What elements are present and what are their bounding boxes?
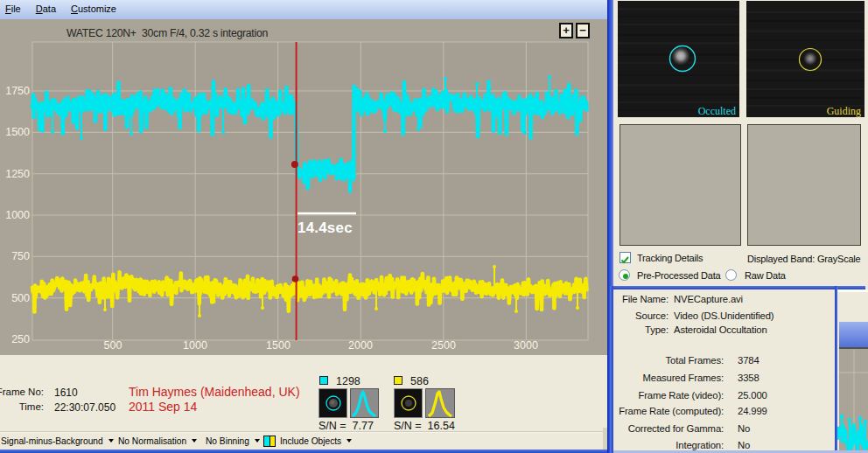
svg-text:14.4sec: 14.4sec <box>298 220 353 236</box>
svg-text:Guiding: Guiding <box>827 105 861 117</box>
svg-text:Occulted: Occulted <box>698 105 736 117</box>
